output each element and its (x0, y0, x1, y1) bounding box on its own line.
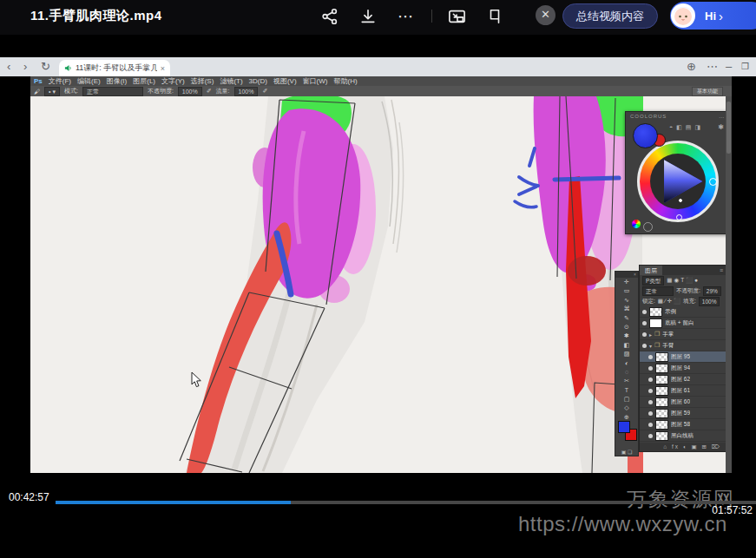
download-icon[interactable] (358, 6, 378, 27)
hue-marker[interactable] (676, 214, 682, 220)
eyedropper-ring-icon[interactable] (643, 222, 653, 232)
canvas-scrollbar[interactable] (726, 96, 732, 473)
ps-canvas[interactable]: COOLORUS ⋯ ◓◧▤◨ ✱ × (30, 96, 732, 473)
panel-menu-icon[interactable]: ≡ (720, 267, 726, 273)
summarize-video-button[interactable]: 总结视频内容 (562, 3, 658, 29)
lasso-tool-icon[interactable]: ∿ (615, 296, 638, 305)
ps-menu-item[interactable]: 文件(F) (49, 77, 71, 85)
eyedropper-tool-icon[interactable]: ✎ (615, 314, 638, 323)
layer-row[interactable]: 图层 95 (640, 351, 726, 363)
foreground-color-swatch[interactable] (633, 123, 658, 148)
opacity-select[interactable]: 100% (178, 87, 202, 96)
picture-in-picture-icon[interactable] (446, 6, 467, 27)
hand-tool-icon[interactable]: ◇ (615, 404, 638, 412)
color-marker[interactable] (709, 178, 717, 186)
visibility-eye-icon[interactable] (648, 355, 653, 359)
layer-row[interactable]: 图层 62 (640, 374, 726, 385)
ps-menu-item[interactable]: 图像(I) (107, 77, 128, 85)
layer-row[interactable]: 图层 61 (640, 385, 726, 397)
visibility-eye-icon[interactable] (642, 310, 647, 314)
visibility-eye-icon[interactable] (648, 377, 653, 382)
visibility-eye-icon[interactable] (648, 366, 653, 371)
airbrush-icon: ✐ (207, 88, 212, 95)
mode-select[interactable]: 正常 (82, 87, 143, 96)
dodge-tool-icon[interactable]: ◌ (615, 368, 638, 377)
tools-footer-icons[interactable]: ▣ ❏ (615, 449, 638, 455)
layer-row[interactable]: 示例 (640, 306, 726, 318)
group-toggle-icon[interactable]: ▸ (649, 332, 652, 338)
layer-row[interactable]: ▾❐手臂 (640, 340, 726, 351)
ps-menu-item[interactable]: 选择(S) (191, 77, 214, 85)
coolorus-toolbar-icons[interactable]: ◓◧▤◨ (669, 124, 704, 131)
ps-menu-item[interactable]: 视图(V) (273, 77, 297, 85)
brush-preset-box[interactable]: • ▾ (44, 87, 60, 96)
move-tool-icon[interactable]: ✛ (615, 278, 638, 286)
flow-select[interactable]: 100% (234, 87, 259, 96)
workspace-switcher[interactable]: 基本功能 (692, 87, 723, 96)
visibility-eye-icon[interactable] (648, 411, 653, 416)
shape-tool-icon[interactable]: ▢ (615, 395, 638, 404)
layer-name: 图层 61 (671, 387, 690, 395)
ps-menu-item[interactable]: 窗口(W) (303, 77, 328, 85)
lock-icons[interactable]: ▦ ∕ ✛ ⬛ (658, 298, 680, 305)
assistant-pill[interactable]: Hi › (670, 2, 756, 30)
layer-row[interactable]: ▸❐手掌 (640, 329, 726, 340)
layers-footer-icons[interactable]: ⌂ fx ◐ ▣ ⊞ ⌦ (640, 443, 726, 451)
ps-menu-item[interactable]: 图层(L) (133, 77, 155, 85)
tools-foreground-swatch[interactable] (618, 421, 630, 433)
layer-row[interactable]: 图层 94 (640, 363, 726, 374)
assistant-greeting: Hi (705, 10, 716, 23)
globe-icon: ⊕ (687, 59, 696, 75)
visibility-eye-icon[interactable] (642, 344, 647, 348)
visibility-eye-icon[interactable] (648, 434, 653, 438)
color-wheel[interactable] (637, 141, 719, 222)
coolorus-menu-icon[interactable]: ⋯ (719, 114, 725, 120)
back-icon: ‹ (7, 59, 10, 75)
marquee-tool-icon[interactable]: ▭ (615, 286, 638, 295)
crop-tool-icon[interactable]: ⌘ (615, 305, 638, 313)
brush-tool-icon[interactable]: ✱ (615, 332, 638, 340)
eraser-tool-icon[interactable]: ▨ (615, 350, 638, 358)
layer-filter-select[interactable]: P类型 (642, 276, 664, 286)
layer-row[interactable]: 黑白线稿 (640, 430, 726, 442)
progress-fill (56, 501, 291, 504)
layers-tab[interactable]: 图层 (640, 266, 662, 275)
pen-tool-icon[interactable]: ✂ (615, 377, 638, 385)
visibility-eye-icon[interactable] (648, 389, 653, 393)
layer-thumbnail (655, 375, 668, 384)
video-player-window: 11.手臂肌肉理论.mp4 ⋯ ✕ 总结视频内容 Hi › (0, 0, 756, 558)
layer-row[interactable]: 底稿 + 留白 (640, 318, 726, 329)
layer-name: 底稿 + 留白 (665, 319, 694, 327)
share-icon[interactable] (319, 6, 340, 27)
type-tool-icon[interactable]: T (615, 386, 638, 395)
visibility-eye-icon[interactable] (648, 400, 653, 404)
clone-stamp-tool-icon[interactable]: ◧ (615, 341, 638, 350)
healing-tool-icon[interactable]: ⊙ (615, 323, 638, 332)
close-assistant-icon[interactable]: ✕ (536, 5, 555, 25)
ps-menu-item[interactable]: 滤镜(T) (220, 77, 242, 85)
fill-value[interactable]: 100% (699, 297, 720, 306)
layer-thumbnail (655, 364, 668, 373)
ps-menu-item[interactable]: 帮助(H) (334, 77, 358, 85)
group-toggle-icon[interactable]: ▾ (649, 343, 652, 349)
more-options-icon[interactable]: ⋯ (395, 6, 416, 27)
ps-menu-item[interactable]: 3D(D) (249, 77, 267, 85)
blend-mode-select[interactable]: 正常 (642, 286, 674, 296)
layer-filter-icons[interactable]: ▦◉T⬛● (667, 277, 700, 284)
layer-opacity-value[interactable]: 29% (703, 286, 721, 296)
visibility-eye-icon[interactable] (648, 423, 653, 427)
layer-row[interactable]: 图层 59 (640, 408, 726, 419)
reload-icon: ↻ (41, 59, 50, 75)
ps-menu-item[interactable]: 编辑(E) (77, 77, 101, 85)
gear-icon[interactable]: ✱ (718, 123, 724, 131)
layer-name: 示例 (665, 308, 676, 316)
progress-bar[interactable] (56, 501, 756, 504)
layer-row[interactable]: 图层 58 (640, 419, 726, 430)
visibility-eye-icon[interactable] (642, 321, 647, 325)
flag-icon[interactable] (484, 6, 505, 27)
ps-menu-item[interactable]: 文字(Y) (161, 77, 185, 85)
visibility-eye-icon[interactable] (642, 332, 647, 337)
palette-icon[interactable] (632, 220, 641, 228)
gradient-tool-icon[interactable]: ◐ (615, 359, 638, 368)
layer-row[interactable]: 图层 60 (640, 397, 726, 408)
